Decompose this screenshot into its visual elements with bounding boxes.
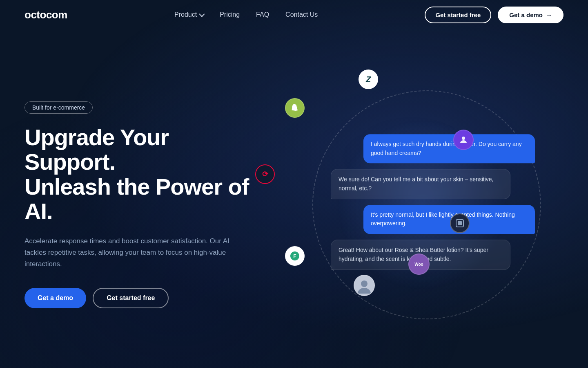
- nav-link-faq[interactable]: FAQ: [256, 11, 269, 18]
- nav-ctas: Get started free Get a demo →: [425, 7, 564, 23]
- nav-link-product[interactable]: Product: [174, 11, 203, 18]
- hero-buttons: Get a demo Get started free: [24, 288, 253, 308]
- get-demo-button[interactable]: Get a demo →: [498, 7, 564, 23]
- shopify-svg: [290, 103, 300, 113]
- hero-title: Upgrade Your Support. Unleash the Power …: [24, 125, 253, 224]
- logo-text: octocom: [24, 9, 67, 21]
- avatar-svg: [356, 277, 372, 294]
- nav-item-product[interactable]: Product: [174, 11, 203, 18]
- chat-bubble-bot-1: We sure do! Can you tell me a bit about …: [331, 169, 510, 199]
- integration-square-icon: [450, 213, 470, 233]
- chat-area: I always get such dry hands during winte…: [331, 134, 535, 276]
- integration-recharge-icon: ⟳: [255, 164, 275, 184]
- hero-badge: Built for e-commerce: [24, 101, 93, 114]
- hero-section: Built for e-commerce Upgrade Your Suppor…: [0, 29, 588, 368]
- nav-item-pricing[interactable]: Pricing: [220, 11, 240, 18]
- get-started-button[interactable]: Get started free: [425, 7, 491, 23]
- svg-text:F: F: [293, 254, 296, 259]
- nav-link-contact[interactable]: Contact Us: [285, 11, 318, 18]
- integration-woo-icon: Woo: [408, 254, 430, 275]
- svg-rect-4: [458, 221, 462, 225]
- logo: octocom: [24, 9, 67, 21]
- navbar: octocom Product Pricing FAQ Contact Us G…: [0, 0, 588, 29]
- integration-zendesk-icon: Z: [359, 70, 378, 89]
- hero-description: Accelerate response times and boost cust…: [24, 236, 237, 270]
- hero-title-line2: Unleash the Power of AI.: [24, 174, 249, 224]
- freshdesk-svg: F: [290, 251, 300, 261]
- nav-links: Product Pricing FAQ Contact Us: [174, 11, 318, 18]
- nav-item-faq[interactable]: FAQ: [256, 11, 269, 18]
- chat-bubble-user-2: It's pretty normal, but I like lightly s…: [363, 205, 535, 234]
- arrow-right-icon: →: [546, 11, 552, 18]
- integration-shopify-icon: [285, 98, 305, 118]
- hero-title-line1: Upgrade Your Support.: [24, 124, 169, 175]
- hero-started-button[interactable]: Get started free: [93, 288, 169, 308]
- hero-illustration: I always get such dry hands during winte…: [253, 42, 564, 368]
- nav-link-pricing[interactable]: Pricing: [220, 11, 240, 18]
- hero-left: Built for e-commerce Upgrade Your Suppor…: [24, 101, 253, 308]
- chevron-down-icon: [199, 11, 205, 17]
- chat-bubble-user-1: I always get such dry hands during winte…: [363, 134, 535, 163]
- freshdesk-2-svg: [459, 135, 468, 145]
- svg-point-5: [361, 280, 368, 287]
- hero-demo-button[interactable]: Get a demo: [24, 288, 86, 308]
- integration-purple-icon: [453, 130, 474, 150]
- square-icon-svg: [455, 219, 464, 228]
- integration-freshdesk-icon: F: [285, 246, 305, 266]
- nav-item-contact[interactable]: Contact Us: [285, 11, 318, 18]
- integration-avatar-icon: [354, 275, 375, 296]
- svg-point-2: [462, 137, 465, 140]
